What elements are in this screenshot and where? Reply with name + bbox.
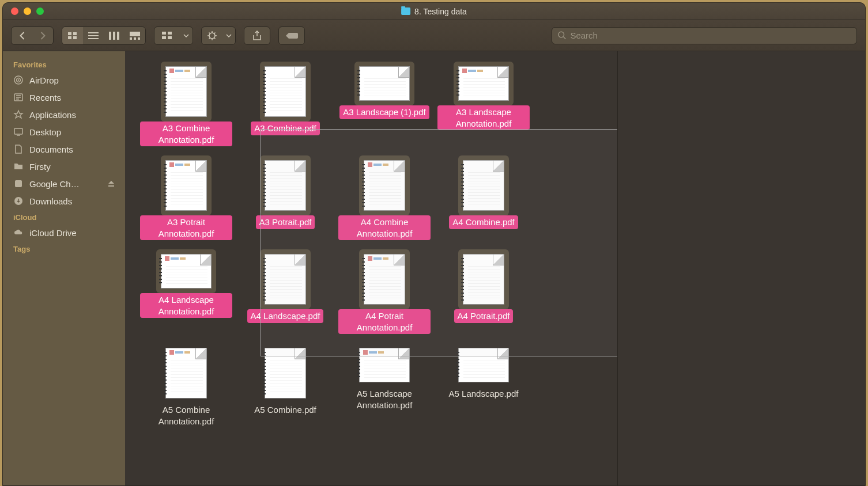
sidebar-header: Favorites — [3, 57, 125, 71]
file-item[interactable]: A5 Combine Annotation.pdf — [137, 339, 236, 432]
body: FavoritesAirDropRecentsApplicationsDeskt… — [3, 51, 865, 485]
file-item[interactable]: A5 Landscape Annotation.pdf — [335, 339, 434, 432]
file-thumbnail — [161, 343, 212, 403]
svg-rect-11 — [130, 37, 132, 40]
file-thumbnail — [156, 249, 216, 293]
file-name: A5 Combine Annotation.pdf — [140, 403, 232, 428]
file-item[interactable]: A4 Combine.pdf — [434, 151, 533, 245]
file-item[interactable]: A4 Landscape Annotation.pdf — [137, 245, 236, 339]
sidebar-item-label: iCloud Drive — [29, 228, 77, 238]
view-icon-button[interactable] — [62, 27, 83, 44]
file-thumbnail — [260, 343, 311, 403]
sidebar-item-documents[interactable]: Documents — [3, 141, 125, 158]
file-item[interactable]: A5 Landscape.pdf — [434, 339, 533, 432]
file-name: A5 Landscape Annotation.pdf — [338, 387, 431, 412]
svg-rect-12 — [134, 37, 136, 40]
tags-button[interactable] — [279, 27, 304, 44]
preview-pane — [617, 51, 865, 485]
file-item[interactable]: A4 Potrait Annotation.pdf — [335, 245, 434, 339]
zoom-icon[interactable] — [36, 7, 44, 15]
file-thumbnail — [161, 62, 212, 122]
svg-rect-16 — [162, 36, 166, 39]
view-column-button[interactable] — [104, 27, 124, 44]
action-button[interactable] — [202, 27, 222, 44]
svg-rect-25 — [15, 180, 22, 187]
close-icon[interactable] — [11, 7, 18, 15]
sidebar-item-google-ch-[interactable]: Google Ch… — [3, 175, 125, 192]
file-thumbnail — [458, 249, 509, 309]
file-thumbnail — [260, 249, 311, 309]
minimize-icon[interactable] — [24, 7, 31, 15]
sidebar-item-downloads[interactable]: Downloads — [3, 192, 125, 210]
nav-group — [11, 26, 54, 45]
forward-button[interactable] — [32, 27, 53, 44]
file-name: A5 Landscape.pdf — [446, 387, 522, 401]
content-area[interactable]: A3 Combine Annotation.pdfA3 Combine.pdfA… — [125, 51, 617, 485]
svg-point-19 — [558, 32, 564, 37]
view-list-button[interactable] — [83, 27, 104, 44]
back-button[interactable] — [12, 27, 32, 44]
share-button[interactable] — [244, 27, 270, 44]
file-name: A4 Landscape.pdf — [247, 309, 324, 323]
folder-icon — [401, 7, 410, 15]
traffic-lights — [3, 7, 44, 15]
file-name: A3 Landscape (1).pdf — [339, 105, 429, 119]
groupby-chevron[interactable] — [180, 27, 193, 44]
file-thumbnail — [161, 155, 212, 215]
file-item[interactable]: A3 Combine Annotation.pdf — [137, 57, 236, 151]
file-thumbnail — [458, 155, 509, 215]
file-name: A3 Potrait Annotation.pdf — [140, 215, 232, 240]
sidebar-item-icloud-drive[interactable]: iCloud Drive — [3, 224, 125, 241]
action-chevron[interactable] — [222, 27, 235, 44]
sidebar-item-label: Documents — [29, 145, 73, 154]
window-title: 8. Testing data — [401, 7, 467, 16]
sidebar-item-desktop[interactable]: Desktop — [3, 123, 125, 141]
file-thumbnail — [260, 155, 311, 215]
sidebar-item-firsty[interactable]: Firsty — [3, 158, 125, 175]
sidebar-item-label: AirDrop — [29, 75, 59, 85]
groupby[interactable] — [154, 26, 193, 45]
svg-rect-17 — [168, 36, 172, 39]
tags-group[interactable] — [278, 26, 305, 45]
file-item[interactable]: A3 Combine.pdf — [236, 57, 335, 151]
sidebar-item-applications[interactable]: Applications — [3, 106, 125, 123]
file-item[interactable]: A3 Potrait.pdf — [236, 151, 335, 245]
groupby-button[interactable] — [154, 27, 180, 44]
search-field[interactable] — [552, 27, 857, 44]
finder-window: 8. Testing data — [2, 2, 866, 486]
file-name: A4 Landscape Annotation.pdf — [140, 293, 232, 318]
file-item[interactable]: A5 Combine.pdf — [236, 339, 335, 432]
file-item[interactable]: A3 Landscape Annotation.pdf — [434, 57, 533, 151]
sidebar-item-label: Applications — [29, 110, 76, 120]
svg-rect-14 — [162, 32, 166, 35]
file-name: A3 Combine Annotation.pdf — [140, 122, 232, 146]
sidebar-item-recents[interactable]: Recents — [3, 89, 125, 106]
file-name: A5 Combine.pdf — [251, 403, 320, 417]
file-item[interactable]: A4 Potrait.pdf — [434, 245, 533, 339]
eject-icon[interactable] — [108, 179, 115, 189]
file-item[interactable]: A4 Combine Annotation.pdf — [335, 151, 434, 245]
svg-rect-9 — [117, 32, 119, 40]
share-group[interactable] — [244, 26, 270, 45]
file-grid: A3 Combine Annotation.pdfA3 Combine.pdfA… — [125, 51, 617, 438]
svg-rect-5 — [88, 35, 99, 36]
view-group — [62, 26, 146, 45]
search-icon — [558, 31, 566, 40]
file-item[interactable]: A3 Potrait Annotation.pdf — [137, 151, 236, 245]
search-input[interactable] — [570, 31, 851, 40]
file-thumbnail — [359, 249, 410, 309]
file-thumbnail — [354, 343, 414, 387]
svg-rect-10 — [130, 32, 140, 36]
svg-rect-8 — [113, 32, 115, 40]
svg-rect-0 — [68, 32, 71, 35]
action-group[interactable] — [201, 26, 236, 45]
sidebar-item-airdrop[interactable]: AirDrop — [3, 71, 125, 89]
svg-rect-2 — [68, 36, 71, 39]
file-name: A4 Potrait.pdf — [454, 309, 514, 323]
svg-rect-13 — [138, 37, 140, 40]
window-title-text: 8. Testing data — [414, 7, 467, 16]
file-name: A3 Landscape Annotation.pdf — [437, 105, 530, 130]
file-item[interactable]: A3 Landscape (1).pdf — [335, 57, 434, 151]
file-item[interactable]: A4 Landscape.pdf — [236, 245, 335, 339]
view-gallery-button[interactable] — [124, 27, 145, 44]
